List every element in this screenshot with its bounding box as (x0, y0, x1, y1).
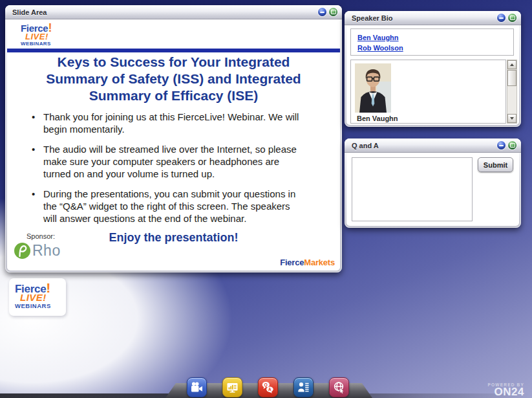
speaker-links-box: Ben Vaughn Rob Woolson (350, 28, 514, 56)
slide-chart-glyph (226, 381, 239, 393)
svg-text:Q: Q (264, 382, 268, 388)
on24-logo: ON24 (488, 387, 524, 397)
logo-live-text: LIVE! (15, 293, 66, 302)
bullet-item: The audio will be streamed live over the… (32, 143, 335, 180)
scrollbar-thumb[interactable] (507, 70, 516, 86)
speaker-bio-title: Speaker Bio (352, 14, 393, 22)
logo-webinars-text: WEBINARS (15, 303, 66, 309)
slide-bullet-list: Thank you for joining us at this FierceL… (32, 111, 335, 232)
person-document-glyph (297, 381, 310, 393)
webinar-console: Slide Area Fierce! LIVE! WEBINARS Keys t… (0, 0, 532, 398)
svg-text:A: A (268, 387, 271, 392)
sponsor-name: Rho (32, 242, 61, 260)
qa-panel: Q and A Submit (345, 138, 521, 228)
bullet-item: During the presentations, you can submit… (32, 188, 335, 225)
bio-scrollbar[interactable] (507, 60, 517, 124)
qa-bubbles-glyph: Q A (262, 381, 274, 393)
minimize-icon[interactable] (318, 8, 326, 16)
web-links-icon[interactable] (329, 377, 349, 397)
slides-icon[interactable] (222, 377, 242, 397)
rho-sponsor-logo: Rho (14, 242, 61, 260)
qa-icon[interactable]: Q A (258, 377, 278, 397)
powered-by-badge: POWERED BY ON24 (488, 382, 524, 397)
speaker-link-rob-woolson[interactable]: Rob Woolson (357, 43, 507, 53)
slide-divider-bar (7, 49, 340, 52)
restore-icon[interactable] (329, 8, 337, 16)
speaker-bio-titlebar[interactable]: Speaker Bio (345, 11, 521, 25)
speaker-photo (355, 63, 391, 113)
speaker-bio-icon[interactable] (293, 377, 314, 397)
logo-live-text: LIVE! (21, 32, 52, 41)
speaker-link-ben-vaughn[interactable]: Ben Vaughn (357, 32, 507, 43)
speaker-bio-panel: Speaker Bio Ben Vaughn Rob Woolson (345, 11, 521, 127)
qa-content: Submit (346, 153, 519, 226)
speaker-bio-content: Ben Vaughn Rob Woolson (346, 25, 519, 125)
bullet-item: Thank you for joining us at this FierceL… (32, 111, 335, 135)
media-player-icon[interactable] (187, 377, 207, 397)
sponsor-label: Sponsor: (27, 232, 55, 240)
qa-title: Q and A (352, 142, 379, 149)
scroll-down-icon[interactable] (507, 114, 516, 123)
slide-heading: Keys to Success for Your Integrated Summ… (14, 54, 334, 104)
slide-area-panel: Slide Area Fierce! LIVE! WEBINARS Keys t… (5, 5, 342, 272)
slide-area-title: Slide Area (12, 8, 47, 16)
question-input[interactable] (352, 157, 473, 221)
logo-bang-text: ! (48, 21, 52, 34)
submit-button[interactable]: Submit (478, 157, 513, 172)
fiercelive-webinars-logo: Fierce! LIVE! WEBINARS (21, 22, 52, 47)
slide-content: Fierce! LIVE! WEBINARS Keys to Success f… (7, 19, 340, 271)
slide-area-titlebar[interactable]: Slide Area (5, 5, 342, 19)
fiercemarkets-logo: FierceMarkets (280, 258, 335, 267)
restore-icon[interactable] (508, 14, 516, 22)
qa-titlebar[interactable]: Q and A (345, 138, 521, 153)
minimize-icon[interactable] (497, 14, 505, 22)
speaker-photo-caption: Ben Vaughn (357, 115, 398, 122)
fiercelive-footer-logo: Fierce! LIVE! WEBINARS (9, 278, 66, 316)
globe-cursor-glyph (333, 381, 345, 393)
speaker-photo-box: Ben Vaughn (350, 60, 506, 124)
rho-leaf-icon (14, 242, 31, 260)
movie-camera-glyph (191, 381, 203, 393)
logo-webinars-text: WEBINARS (21, 41, 52, 47)
restore-icon[interactable] (508, 141, 516, 149)
logo-bang-text: ! (46, 280, 50, 295)
scroll-up-icon[interactable] (507, 60, 516, 69)
minimize-icon[interactable] (497, 141, 505, 149)
